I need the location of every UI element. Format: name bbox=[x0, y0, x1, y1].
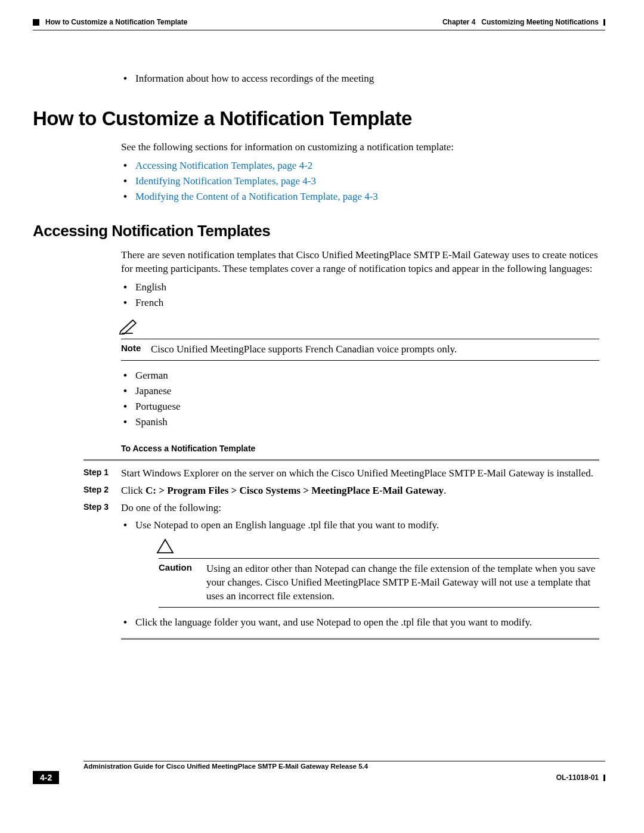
substep-bullet: Use Notepad to open an English language … bbox=[121, 519, 599, 532]
intro-bullet: Information about how to access recordin… bbox=[121, 72, 599, 86]
note-label: Note bbox=[121, 343, 151, 357]
header-rule bbox=[33, 30, 605, 30]
xref-link[interactable]: Accessing Notification Templates, page 4… bbox=[135, 160, 312, 171]
header-chapter: Chapter 4 bbox=[442, 18, 475, 26]
doc-id: OL-11018-01 bbox=[556, 773, 599, 782]
caution-block: Caution Using an editor other than Notep… bbox=[159, 538, 599, 608]
note-pencil-icon bbox=[119, 318, 139, 335]
procedure-title: To Access a Notification Template bbox=[121, 444, 599, 453]
footer-doc-title: Administration Guide for Cisco Unified M… bbox=[83, 763, 368, 770]
step-label: Step 1 bbox=[83, 467, 121, 481]
heading-1: How to Customize a Notification Template bbox=[33, 107, 605, 130]
language-item: French bbox=[121, 296, 599, 310]
caution-text: Using an editor other than Notepad can c… bbox=[206, 562, 599, 603]
note-block: Note Cisco Unified MeetingPlace supports… bbox=[121, 318, 599, 361]
step-label: Step 3 bbox=[83, 501, 121, 515]
note-text: Cisco Unified MeetingPlace supports Fren… bbox=[151, 343, 599, 357]
procedure-steps: Step 1 Start Windows Explorer on the ser… bbox=[83, 459, 599, 640]
page-footer: Administration Guide for Cisco Unified M… bbox=[33, 761, 605, 784]
caution-label: Caution bbox=[159, 562, 206, 603]
header-bar-icon bbox=[603, 19, 605, 26]
step-text: Do one of the following: bbox=[121, 501, 599, 515]
step-label: Step 2 bbox=[83, 484, 121, 498]
footer-rule bbox=[83, 761, 605, 761]
procedure-end-rule bbox=[121, 638, 599, 640]
language-item: Spanish bbox=[121, 416, 599, 429]
header-marker-icon bbox=[33, 19, 39, 26]
language-item: English bbox=[121, 281, 599, 295]
step-text: Click C: > Program Files > Cisco Systems… bbox=[121, 484, 599, 498]
step-text: Start Windows Explorer on the server on … bbox=[121, 467, 599, 481]
footer-bar-icon bbox=[603, 775, 605, 781]
section-paragraph: There are seven notification templates t… bbox=[121, 249, 599, 276]
xref-link[interactable]: Modifying the Content of a Notification … bbox=[135, 191, 378, 202]
procedure-rule bbox=[83, 459, 599, 461]
language-item: Portuguese bbox=[121, 400, 599, 414]
heading-2: Accessing Notification Templates bbox=[33, 222, 605, 240]
page-number: 4-2 bbox=[33, 771, 59, 784]
language-item: German bbox=[121, 369, 599, 383]
intro-paragraph: See the following sections for informati… bbox=[121, 141, 599, 154]
page-header: How to Customize a Notification Template… bbox=[33, 18, 605, 26]
substep-bullet: Click the language folder you want, and … bbox=[121, 616, 599, 630]
header-chapter-title: Customizing Meeting Notifications bbox=[481, 18, 599, 26]
header-section-title: How to Customize a Notification Template bbox=[45, 18, 187, 26]
caution-triangle-icon bbox=[156, 538, 174, 554]
xref-link[interactable]: Identifying Notification Templates, page… bbox=[135, 175, 316, 187]
language-item: Japanese bbox=[121, 385, 599, 398]
